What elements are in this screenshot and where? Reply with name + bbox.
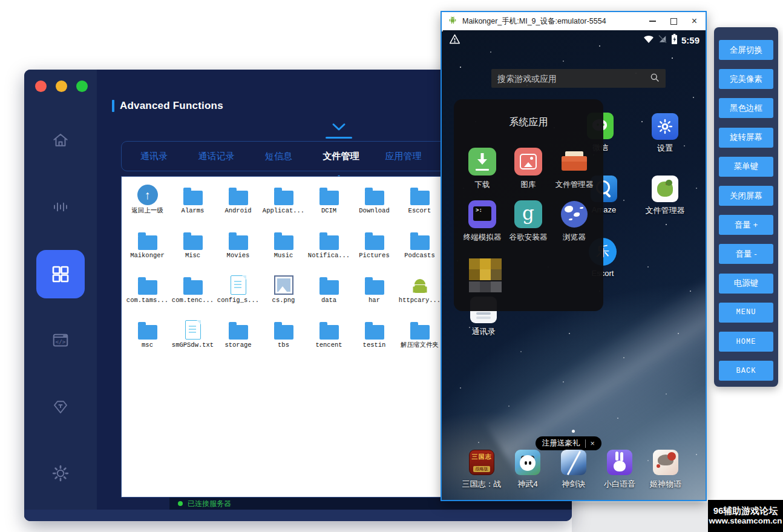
gear-icon[interactable] (51, 464, 70, 482)
popup-app[interactable]: 下载 (459, 148, 505, 190)
watermark-line2: www.steamcom.cn (709, 516, 782, 527)
banner-close-icon[interactable]: × (585, 439, 595, 448)
censored-mosaic-icon[interactable] (469, 258, 503, 294)
file-name: Movies (215, 252, 261, 259)
window-maximize-dot[interactable] (76, 80, 88, 92)
control-button[interactable]: 音量 + (719, 215, 773, 235)
file-name: tbs (261, 341, 306, 349)
control-button[interactable]: 菜单键 (719, 157, 773, 177)
apps-grid-icon[interactable] (36, 250, 85, 298)
control-button[interactable]: HOME (719, 332, 773, 352)
file-item[interactable]: config_s... (215, 271, 261, 316)
control-button[interactable]: 关闭屏幕 (719, 186, 773, 206)
file-name: data (306, 297, 352, 304)
wifi-icon (643, 34, 654, 46)
file-name: msc (125, 341, 170, 349)
maximize-button[interactable] (670, 18, 677, 25)
promo-banner[interactable]: 注册送豪礼 × (536, 436, 601, 450)
control-button[interactable]: BACK (719, 361, 773, 381)
tab[interactable]: 短信息 (247, 151, 310, 162)
dock-app[interactable]: 神武4 (505, 450, 551, 490)
file-item[interactable]: Music (261, 226, 306, 271)
file-item[interactable]: msc (125, 316, 170, 361)
file-item[interactable]: Maikonger (125, 226, 170, 271)
file-type-icon (231, 275, 246, 295)
file-type-icon (138, 325, 157, 340)
file-item[interactable]: Misc (170, 226, 215, 271)
file-item[interactable]: har (352, 271, 397, 316)
file-name: testin (352, 341, 397, 349)
shenjianjue-icon (561, 450, 586, 475)
file-item[interactable]: smGPSdw.txt (170, 316, 215, 361)
search-bar[interactable] (491, 69, 666, 88)
file-item[interactable]: Notifica... (306, 226, 352, 271)
code-window-icon[interactable]: </> (51, 331, 70, 349)
file-item[interactable]: Podcasts (397, 226, 442, 271)
search-icon[interactable] (650, 73, 660, 85)
file-item[interactable]: Applicat... (261, 182, 306, 226)
file-item[interactable]: testin (352, 316, 397, 361)
app-label: 终端模拟器 (459, 232, 505, 243)
file-item[interactable]: data (306, 271, 352, 316)
file-name: Notifica... (306, 252, 352, 259)
close-button[interactable]: × (692, 16, 697, 26)
tab[interactable]: 文件管理 (310, 151, 372, 162)
desktop-app-settings[interactable]: 设置 (644, 113, 686, 154)
control-button[interactable]: 电源键 (719, 274, 773, 294)
control-button[interactable]: 黑色边框 (719, 98, 773, 118)
popup-app[interactable]: 文件管理器 (551, 148, 597, 190)
tab[interactable]: 通话记录 (185, 151, 247, 162)
file-item[interactable]: com.tenc... (170, 271, 215, 316)
file-type-icon (183, 191, 203, 205)
dock-app[interactable]: 小白语音 (597, 450, 643, 490)
google-installer-app-icon: g (514, 200, 542, 228)
home-icon[interactable] (51, 131, 70, 149)
app-label: 浏览器 (551, 232, 597, 243)
desktop-app-filemanager[interactable]: 文件管理器 (644, 176, 686, 216)
file-item[interactable]: DCIM (306, 182, 352, 226)
dock-app[interactable]: 神剑诀 (551, 450, 597, 490)
file-type-icon (229, 325, 248, 340)
tab[interactable]: 应用管理 (372, 151, 434, 162)
dock-app[interactable]: 姬神物语 (643, 450, 689, 490)
file-item[interactable]: com.tams... (125, 271, 170, 316)
file-item[interactable]: 解压缩文件夹 (397, 316, 442, 361)
sanguozhi-icon: 三国志 战略版 (469, 450, 494, 475)
file-item[interactable]: Escort (397, 182, 442, 226)
file-item[interactable]: tencent (306, 316, 352, 361)
window-close-dot[interactable] (35, 80, 47, 92)
file-item[interactable]: Android (215, 182, 261, 226)
tab[interactable]: 通讯录 (123, 151, 185, 162)
file-item[interactable]: 返回上一级 (125, 182, 170, 226)
control-button[interactable]: 全屏切换 (719, 40, 773, 60)
popup-app[interactable]: 图库 (505, 148, 551, 190)
connection-status-text: 已连接服务器 (188, 499, 231, 509)
emulator-titlebar[interactable]: Maikonger_手机:MI_9_设备:emulator-5554 × (442, 12, 706, 30)
popup-app[interactable]: >: 终端模拟器 (459, 200, 505, 243)
diamond-icon[interactable] (51, 398, 70, 416)
file-item[interactable]: Download (352, 182, 397, 226)
file-item[interactable]: cs.png (261, 271, 306, 316)
minimize-button[interactable] (649, 21, 656, 22)
control-button[interactable]: 完美像素 (719, 69, 773, 89)
file-item[interactable]: Alarms (170, 182, 215, 226)
file-type-icon (183, 280, 203, 295)
popup-app[interactable]: g 谷歌安装器 (505, 200, 551, 243)
search-input[interactable] (491, 74, 650, 84)
control-button[interactable]: 音量 - (719, 244, 773, 264)
jishen-icon (653, 450, 678, 475)
app-label: 下载 (459, 180, 505, 190)
control-button[interactable]: MENU (719, 303, 773, 323)
file-name: 解压缩文件夹 (397, 341, 442, 349)
popup-app[interactable]: 浏览器 (551, 200, 597, 243)
file-item[interactable]: Movies (215, 226, 261, 271)
dock-app[interactable]: 三国志 战略版 三国志：战 (459, 450, 505, 490)
file-item[interactable]: httpcary... (397, 271, 442, 316)
audio-wave-icon[interactable] (51, 198, 70, 216)
window-minimize-dot[interactable] (56, 80, 67, 92)
control-button[interactable]: 旋转屏幕 (719, 128, 773, 148)
file-item[interactable]: tbs (261, 316, 306, 361)
chevron-down-icon[interactable] (332, 123, 346, 131)
file-item[interactable]: Pictures (352, 226, 397, 271)
file-item[interactable]: storage (215, 316, 261, 361)
